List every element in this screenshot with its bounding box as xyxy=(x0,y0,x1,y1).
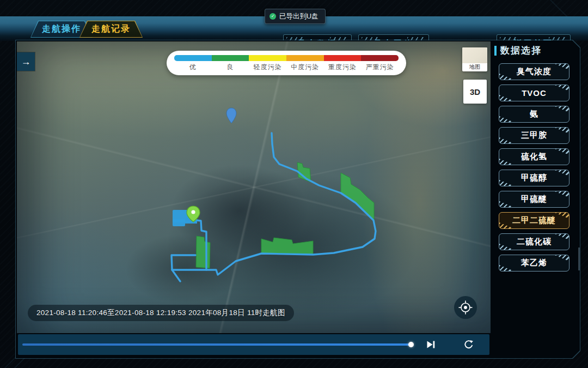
sidebar-title: 数据选择 xyxy=(494,44,542,57)
sidebar-item-tvoc[interactable]: TVOC xyxy=(499,85,569,101)
tab-label: 走航记录 xyxy=(91,23,131,35)
item-label: TVOC xyxy=(522,88,547,98)
legend-label: 中度污染 xyxy=(286,63,324,72)
title-accent-bar xyxy=(494,46,497,56)
tab-label: 走航操作 xyxy=(42,23,81,35)
sidebar-item-methyl-mercaptan[interactable]: 甲硫醇 xyxy=(499,170,569,186)
legend-label: 严重污染 xyxy=(361,63,399,72)
corner-hatch-icon xyxy=(499,222,513,228)
corner-hatch-icon xyxy=(499,74,513,80)
corner-hatch-icon xyxy=(499,95,513,101)
corner-hatch-icon xyxy=(499,137,513,143)
sidebar-item-dimethyl-disulfide[interactable]: 二甲二硫醚 xyxy=(499,212,569,229)
crosshair-target-icon xyxy=(457,299,474,316)
export-success-toast: ✓ 已导出到U盘 xyxy=(265,9,326,24)
corner-hatch-icon xyxy=(499,201,513,207)
corner-hatch-icon xyxy=(555,191,569,197)
corner-hatch-icon xyxy=(499,116,513,122)
map-thumbnail xyxy=(462,47,487,63)
map-viewport[interactable]: 优 良 轻度污染 中度污染 重度污染 严重污染 → 地图 3D xyxy=(17,41,491,333)
corner-hatch-icon xyxy=(555,106,569,112)
aqi-legend: 优 良 轻度污染 中度污染 重度污染 严重污染 xyxy=(167,51,406,75)
legend-swatch xyxy=(361,55,399,61)
item-label: 二硫化碳 xyxy=(517,237,552,247)
item-label: 苯乙烯 xyxy=(521,258,547,268)
tab-navigation-record[interactable]: 走航记录 xyxy=(79,21,143,38)
legend-label: 轻度污染 xyxy=(249,63,286,72)
toast-message: 已导出到U盘 xyxy=(279,12,318,21)
success-check-icon: ✓ xyxy=(270,13,276,20)
location-pin-icon xyxy=(226,108,236,123)
corner-hatch-icon xyxy=(499,244,513,250)
aqi-color-bar xyxy=(174,55,399,61)
route-layer xyxy=(17,41,491,333)
item-label: 臭气浓度 xyxy=(517,67,552,77)
corner-hatch-icon xyxy=(555,213,569,219)
layer-label: 地图 xyxy=(462,63,487,71)
sidebar-title-text: 数据选择 xyxy=(500,44,542,57)
refresh-button[interactable] xyxy=(463,339,474,350)
playback-handle[interactable] xyxy=(408,342,414,347)
corner-hatch-icon xyxy=(555,234,569,240)
sidebar-item-styrene[interactable]: 苯乙烯 xyxy=(499,255,569,272)
legend-label: 良 xyxy=(212,63,249,72)
corner-hatch-icon xyxy=(555,170,569,176)
corner-hatch-icon xyxy=(555,64,569,70)
data-select-sidebar: 数据选择 臭气浓度 TVOC 氨 三甲胺 硫化氢 甲硫醇 甲硫醚 二甲二硫醚 二… xyxy=(493,40,581,358)
sidebar-item-ammonia[interactable]: 氨 xyxy=(499,106,569,123)
corner-hatch-icon xyxy=(555,128,569,134)
corner-hatch-icon xyxy=(499,265,513,271)
corner-hatch-icon xyxy=(555,85,569,91)
legend-label: 重度污染 xyxy=(324,63,362,72)
playback-track[interactable] xyxy=(22,343,480,346)
playback-bar xyxy=(18,334,489,355)
corner-hatch-icon xyxy=(555,149,569,155)
locate-compass-button[interactable] xyxy=(454,296,477,319)
corner-hatch-icon xyxy=(499,180,513,186)
legend-swatch xyxy=(174,55,212,61)
content-frame: 优 良 轻度污染 中度污染 重度污染 严重污染 → 地图 3D xyxy=(15,40,580,359)
item-label: 甲硫醇 xyxy=(521,173,547,183)
legend-swatch xyxy=(212,55,249,61)
legend-label: 优 xyxy=(174,63,212,72)
sidebar-item-hydrogen-sulfide[interactable]: 硫化氢 xyxy=(499,148,569,165)
item-label: 二甲二硫醚 xyxy=(512,215,556,226)
map-3d-toggle-button[interactable]: 3D xyxy=(463,80,487,104)
item-label: 三甲胺 xyxy=(521,130,547,141)
frame-notch-decoration xyxy=(578,248,580,270)
sidebar-item-trimethylamine[interactable]: 三甲胺 xyxy=(499,127,569,144)
app-root: 走航操作 走航记录 导出数据 导出图片 返回首页 ✓ 已导出到U盘 xyxy=(0,0,588,368)
arrow-right-icon: → xyxy=(21,56,31,68)
item-label: 甲硫醚 xyxy=(521,194,547,204)
map-layer-switcher[interactable]: 地图 xyxy=(462,47,487,71)
legend-swatch xyxy=(324,55,362,61)
3d-label: 3D xyxy=(470,87,480,96)
legend-swatch xyxy=(286,55,324,61)
item-label: 氨 xyxy=(530,109,538,119)
legend-swatch xyxy=(249,55,286,61)
sidebar-item-methyl-sulfide[interactable]: 甲硫醚 xyxy=(499,191,569,208)
sidebar-item-carbon-disulfide[interactable]: 二硫化碳 xyxy=(499,233,569,250)
playback-progress xyxy=(22,343,411,346)
corner-hatch-icon xyxy=(555,255,569,261)
sidebar-item-odor-concentration[interactable]: 臭气浓度 xyxy=(499,63,569,80)
item-label: 硫化氢 xyxy=(521,152,547,162)
timestamp-text: 2021-08-18 11:20:46至2021-08-18 12:19:53 … xyxy=(36,308,285,318)
corner-hatch-icon xyxy=(499,159,513,165)
skip-to-end-button[interactable] xyxy=(425,339,436,350)
pollution-wall xyxy=(196,162,374,268)
route-time-range-label: 2021-08-18 11:20:46至2021-08-18 12:19:53 … xyxy=(28,305,294,321)
panel-expand-arrow-button[interactable]: → xyxy=(17,52,35,71)
